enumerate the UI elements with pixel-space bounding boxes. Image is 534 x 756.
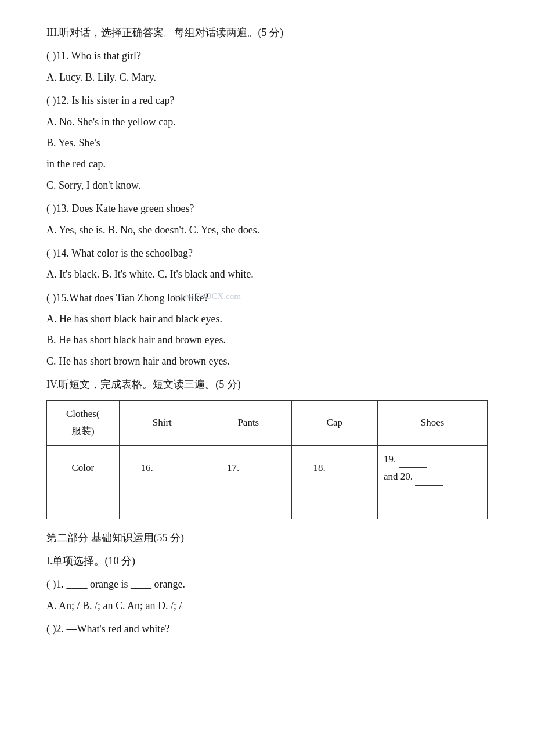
table-empty-3 bbox=[205, 491, 292, 519]
sectionI-header-text: I.单项选择。(10 分) bbox=[46, 552, 488, 570]
q12-optB2: in the red cap. bbox=[46, 154, 488, 173]
table-cell-shoes: Shoes bbox=[378, 400, 488, 445]
question-12: ( )12. Is his sister in a red cap? A. No… bbox=[46, 91, 488, 195]
q14-options: A. It's black. B. It's white. C. It's bl… bbox=[46, 265, 488, 283]
section4-header-text: IV.听短文，完成表格。短文读三遍。(5 分) bbox=[46, 375, 488, 394]
table-cell-q17: 17. bbox=[205, 445, 292, 491]
page-container: III.听对话，选择正确答案。每组对话读两遍。(5 分) ( )11. Who … bbox=[46, 23, 488, 639]
q12-optA: A. No. She's in the yellow cap. bbox=[46, 113, 488, 131]
sectionI-header: I.单项选择。(10 分) bbox=[46, 552, 488, 570]
section4-header: IV.听短文，完成表格。短文读三遍。(5 分) bbox=[46, 375, 488, 394]
section2-header-text: 第二部分 基础知识运用(55 分) bbox=[46, 528, 488, 547]
q15-stem: ( )15.What does Tian Zhong look like? bbox=[46, 292, 208, 304]
question-1: ( )1. ____ orange is ____ orange. A. An;… bbox=[46, 575, 488, 615]
question-14: ( )14. What color is the schoolbag? A. I… bbox=[46, 244, 488, 284]
section3-header-text: III.听对话，选择正确答案。每组对话读两遍。(5 分) bbox=[46, 23, 488, 42]
q15-stem-wrapper: ( )15.What does Tian Zhong look like? ww… bbox=[46, 289, 488, 307]
q13-options: A. Yes, she is. B. No, she doesn't. C. Y… bbox=[46, 221, 488, 239]
blank-16 bbox=[156, 467, 183, 477]
table-cell-color-label: Color bbox=[47, 445, 120, 491]
table-cell-pants: Pants bbox=[205, 400, 292, 445]
table-cell-shirt: Shirt bbox=[119, 400, 205, 445]
q12-optC: C. Sorry, I don't know. bbox=[46, 176, 488, 195]
table-cell-q16: 16. bbox=[119, 445, 205, 491]
q2-stem: ( )2. —What's red and white? bbox=[46, 620, 488, 638]
blank-19 bbox=[399, 458, 427, 468]
q12-optB: B. Yes. She's bbox=[46, 134, 488, 152]
q12-stem: ( )12. Is his sister in a red cap? bbox=[46, 91, 488, 110]
table-empty-1 bbox=[47, 491, 120, 519]
table-cell-q19-20: 19. and 20. bbox=[378, 445, 488, 491]
section2-header: 第二部分 基础知识运用(55 分) bbox=[46, 528, 488, 547]
q15-optC: C. He has short brown hair and brown eye… bbox=[46, 352, 488, 370]
table-empty-row bbox=[47, 491, 488, 519]
q15-optA: A. He has short black hair and black eye… bbox=[46, 309, 488, 328]
q1-options: A. An; / B. /; an C. An; an D. /; / bbox=[46, 596, 488, 615]
table-cell-q18: 18. bbox=[291, 445, 378, 491]
q13-stem: ( )13. Does Kate have green shoes? bbox=[46, 199, 488, 218]
blank-20 bbox=[415, 476, 443, 486]
question-15: ( )15.What does Tian Zhong look like? ww… bbox=[46, 289, 488, 371]
table-color-row: Color 16. 17. 18. 19. and 20. bbox=[47, 445, 488, 491]
blank-17 bbox=[242, 467, 270, 477]
table-header-row: Clothes(服装) Shirt Pants Cap Shoes bbox=[47, 400, 488, 445]
table-cell-cap: Cap bbox=[291, 400, 378, 445]
table-empty-2 bbox=[119, 491, 205, 519]
table-empty-5 bbox=[378, 491, 488, 519]
table-empty-4 bbox=[291, 491, 378, 519]
q11-options: A. Lucy. B. Lily. C. Mary. bbox=[46, 68, 488, 87]
q11-stem: ( )11. Who is that girl? bbox=[46, 46, 488, 65]
question-13: ( )13. Does Kate have green shoes? A. Ye… bbox=[46, 199, 488, 239]
blank-18 bbox=[328, 467, 356, 477]
listening-table: Clothes(服装) Shirt Pants Cap Shoes Color … bbox=[46, 400, 488, 519]
question-11: ( )11. Who is that girl? A. Lucy. B. Lil… bbox=[46, 46, 488, 87]
section3-header: III.听对话，选择正确答案。每组对话读两遍。(5 分) bbox=[46, 23, 488, 42]
question-2: ( )2. —What's red and white? bbox=[46, 620, 488, 638]
q1-stem: ( )1. ____ orange is ____ orange. bbox=[46, 575, 488, 593]
q14-stem: ( )14. What color is the schoolbag? bbox=[46, 244, 488, 262]
table-cell-clothes: Clothes(服装) bbox=[47, 400, 120, 445]
q15-optB: B. He has short black hair and brown eye… bbox=[46, 330, 488, 349]
